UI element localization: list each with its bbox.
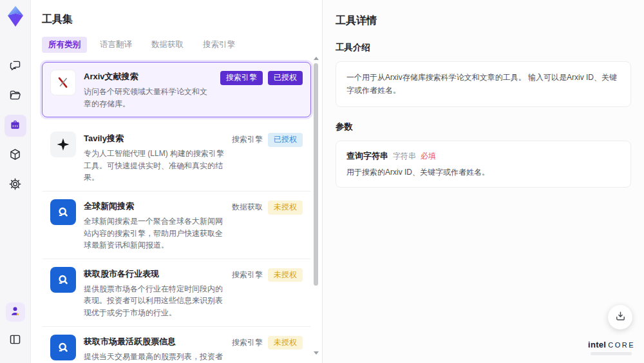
category-tab[interactable]: 搜索引擎 — [196, 37, 242, 53]
download-button[interactable] — [608, 305, 632, 329]
cube-icon — [8, 148, 22, 163]
tool-card[interactable]: Arxiv文献搜索 访问各个研究领域大量科学论文和文章的存储库。 搜索引擎 已授… — [42, 62, 311, 117]
param-required-badge: 必填 — [421, 151, 436, 162]
detail-title: 工具详情 — [336, 14, 631, 28]
intel-wordmark: intel — [588, 340, 606, 349]
intro-heading: 工具介绍 — [336, 42, 631, 54]
sidebar-item-chat[interactable] — [5, 55, 26, 77]
sidebar-item-settings[interactable] — [5, 174, 26, 196]
sidebar-item-files[interactable] — [5, 85, 26, 107]
tool-title: 获取股市各行业表现 — [84, 268, 224, 280]
param-description: 用于搜索的Arxiv ID、关键字或作者姓名。 — [346, 167, 620, 178]
tools-panel: 工具集 所有类别语言翻译数据获取搜索引擎 Arxiv文献搜索 访问各个研究领域大… — [31, 0, 322, 363]
sidebar-item-models[interactable] — [5, 144, 26, 166]
sidebar-item-panel-toggle[interactable] — [5, 329, 26, 351]
tool-card[interactable]: Tavily搜索 专为人工智能代理 (LLM) 构建的搜索引擎工具。可快速提供实… — [42, 124, 311, 191]
tool-category-badge: 搜索引擎 — [220, 71, 263, 85]
app-window: 工具集 所有类别语言翻译数据获取搜索引擎 Arxiv文献搜索 访问各个研究领域大… — [0, 0, 644, 363]
tool-card[interactable]: 全球新闻搜索 全球新闻搜索是一个聚合全球各大新闻网站内容的搜索引擎，帮助用户快速… — [42, 191, 311, 259]
blue-search-icon — [50, 199, 76, 225]
tool-status-badge: 已授权 — [268, 133, 303, 147]
download-icon — [614, 310, 627, 324]
tool-status-badge: 未授权 — [268, 268, 303, 282]
app-logo-icon — [5, 5, 26, 27]
tool-category-badge: 搜索引擎 — [232, 336, 263, 350]
tool-list: Arxiv文献搜索 访问各个研究领域大量科学论文和文章的存储库。 搜索引擎 已授… — [42, 62, 311, 363]
tool-title: 获取市场最活跃股票信息 — [84, 336, 224, 348]
tool-category-badge: 搜索引擎 — [232, 133, 263, 147]
list-scrollbar[interactable] — [313, 57, 318, 355]
tool-card[interactable]: 获取股市各行业表现 提供股票市场各个行业在特定时间段内的表现。投资者可以利用这些… — [42, 259, 311, 327]
intro-text: 一个用于从Arxiv存储库搜索科学论文和文章的工具。 输入可以是Arxiv ID… — [346, 71, 620, 97]
tool-description: 专为人工智能代理 (LLM) 构建的搜索引擎工具。可快速提供实时、准确和真实的结… — [84, 148, 224, 184]
sidebar-item-account[interactable] — [6, 302, 25, 322]
params-heading: 参数 — [336, 121, 631, 133]
tool-description: 全球新闻搜索是一个聚合全球各大新闻网站内容的搜索引擎，帮助用户快速获取全球最新资… — [84, 215, 224, 251]
tool-detail-panel: 工具详情 工具介绍 一个用于从Arxiv存储库搜索科学论文和文章的工具。 输入可… — [322, 0, 644, 363]
param-name: 查询字符串 — [346, 150, 388, 162]
user-icon — [8, 304, 22, 320]
intel-core-logo: intelCORE — [588, 338, 635, 355]
page-title: 工具集 — [42, 13, 310, 26]
tool-description: 提供股票市场各个行业在特定时间段内的表现。投资者可以利用这些信息来识别表现优于或… — [84, 283, 224, 319]
chat-icon — [8, 59, 22, 74]
tool-description: 访问各个研究领域大量科学论文和文章的存储库。 — [84, 86, 213, 110]
tool-status-badge: 未授权 — [268, 201, 303, 215]
arxiv-icon — [50, 70, 76, 95]
sidebar-item-tools[interactable] — [5, 115, 26, 137]
tool-description: 提供当天交易量最高的股票列表，投资者可以利用这些信息来识别流动性强的股票和潜在的… — [84, 351, 224, 363]
core-wordmark: CORE — [608, 341, 635, 349]
gear-icon — [8, 177, 22, 193]
tool-category-badge: 搜索引擎 — [232, 268, 263, 282]
toolbox-icon — [8, 118, 22, 133]
category-tabs: 所有类别语言翻译数据获取搜索引擎 — [42, 37, 310, 53]
intro-box: 一个用于从Arxiv存储库搜索科学论文和文章的工具。 输入可以是Arxiv ID… — [336, 61, 631, 107]
scrollbar-thumb[interactable] — [314, 63, 318, 286]
sparkle-icon — [50, 132, 76, 157]
tool-category-badge: 数据获取 — [232, 201, 263, 215]
category-tab[interactable]: 所有类别 — [42, 37, 87, 53]
param-type: 字符串 — [393, 151, 416, 162]
folder-icon — [8, 88, 22, 104]
tool-card[interactable]: 获取市场最活跃股票信息 提供当天交易量最高的股票列表，投资者可以利用这些信息来识… — [42, 327, 311, 363]
tool-status-badge: 未授权 — [268, 336, 303, 350]
category-tab[interactable]: 数据获取 — [145, 37, 190, 53]
tool-status-badge: 已授权 — [268, 71, 303, 85]
category-tab[interactable]: 语言翻译 — [93, 37, 138, 53]
tool-title: Tavily搜索 — [84, 133, 224, 144]
brand-subtext-placeholder — [591, 352, 632, 355]
panel-toggle-icon — [8, 333, 22, 348]
tool-title: Arxiv文献搜索 — [84, 71, 213, 83]
blue-search-icon — [50, 267, 76, 293]
tool-title: 全球新闻搜索 — [84, 201, 224, 212]
blue-search-icon — [50, 335, 76, 360]
sidebar — [0, 0, 31, 363]
param-box: 查询字符串 字符串 必填 用于搜索的Arxiv ID、关键字或作者姓名。 — [336, 141, 631, 188]
